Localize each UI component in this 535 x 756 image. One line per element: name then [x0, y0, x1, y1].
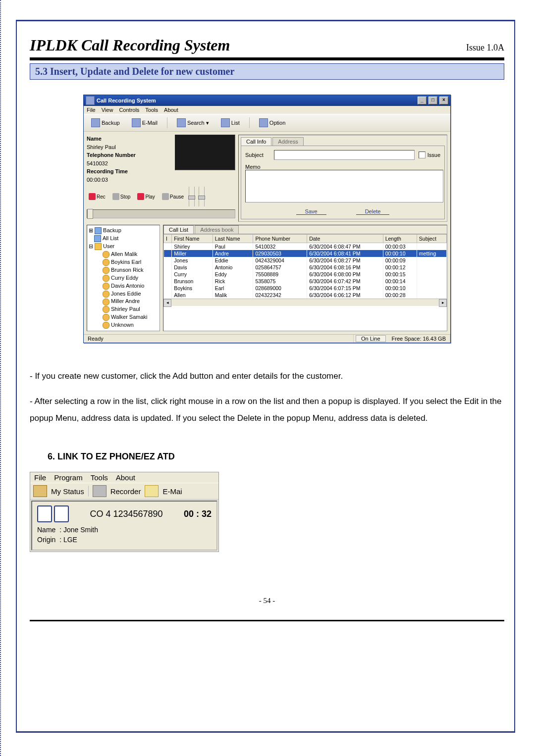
table-cell: 6/30/2004 6:08:16 PM [307, 264, 383, 271]
table-cell: Malik [213, 292, 253, 299]
menu-file[interactable]: File [34, 473, 46, 482]
toolbar-email[interactable]: E-Mail [127, 116, 162, 129]
user-folder-icon [95, 243, 102, 250]
table-cell: 00:00:03 [383, 243, 417, 251]
table-row[interactable]: CurryEddy755088896/30/2004 6:08:00 PM00:… [164, 271, 447, 278]
menu-controls[interactable]: Controls [119, 107, 139, 113]
ezphone-menubar: File Program Tools About [30, 472, 218, 483]
issue-checkbox[interactable]: Issue [419, 151, 440, 158]
toolbar-list[interactable]: List [216, 116, 244, 129]
table-cell [417, 243, 446, 251]
tree-item[interactable]: Allen Malik [111, 251, 137, 257]
table-row[interactable]: MillerAndre0290305036/30/2004 6:08:41 PM… [164, 250, 447, 257]
tree-item[interactable]: Boykins Earl [111, 259, 141, 265]
tree-user[interactable]: User [103, 243, 114, 249]
menu-about[interactable]: About [164, 107, 178, 113]
save-button[interactable]: Save [296, 208, 326, 215]
tab-call-list[interactable]: Call List [163, 225, 194, 234]
equalizer[interactable] [189, 187, 205, 206]
toolbar-recorder[interactable]: Recorder [110, 487, 141, 496]
toolbar-email[interactable]: E-Mai [162, 487, 182, 496]
toolbar-search[interactable]: Search ▾ [172, 116, 214, 129]
memo-input[interactable] [245, 170, 443, 202]
table-cell: 0424329004 [253, 257, 307, 264]
menu-tools[interactable]: Tools [91, 473, 108, 482]
person-icon [103, 283, 109, 290]
scroll-left-icon[interactable]: ◂ [163, 299, 171, 307]
close-button[interactable]: × [439, 97, 448, 104]
status-online[interactable]: On Line [356, 335, 386, 342]
table-cell: 6/30/2004 6:07:15 PM [307, 285, 383, 292]
tree-item[interactable]: Shirley Paul [111, 306, 140, 312]
menu-program[interactable]: Program [54, 473, 83, 482]
col-first-name[interactable]: First Name [172, 235, 213, 243]
tree-item[interactable]: Davis Antonio [111, 283, 144, 289]
table-cell: Curry [172, 271, 213, 278]
play-button[interactable]: Play [135, 192, 157, 201]
crs-titlebar[interactable]: Call Recording System _ □ × [84, 95, 450, 106]
table-cell: 00:00:28 [383, 292, 417, 299]
table-cell: 6/30/2004 6:08:47 PM [307, 243, 383, 251]
col-date[interactable]: Date [307, 235, 383, 243]
subject-input[interactable] [274, 150, 415, 160]
toolbar-mystatus[interactable]: My Status [51, 487, 84, 496]
table-row[interactable]: ShirleyPaul54100326/30/2004 6:08:47 PM00… [164, 243, 447, 251]
tree-backup[interactable]: Backup [103, 227, 121, 233]
table-cell: 6/30/2004 6:08:41 PM [307, 250, 383, 257]
toolbar-backup[interactable]: Backup [87, 116, 124, 129]
checkbox-icon [419, 151, 426, 158]
tree-view[interactable]: ⊞ Backup All List ⊟ User Allen Malik Boy… [87, 225, 160, 331]
delete-button[interactable]: Delete [356, 208, 390, 215]
table-cell: 75508889 [253, 271, 307, 278]
tab-address-book[interactable]: Address book [195, 225, 239, 234]
person-icon [103, 267, 109, 274]
tree-item[interactable]: Miller Andre [111, 298, 140, 304]
table-cell: 6/30/2004 6:08:27 PM [307, 257, 383, 264]
rec-button[interactable]: Rec [87, 192, 107, 201]
table-row[interactable]: BrunsonRick53580756/30/2004 6:07:42 PM00… [164, 278, 447, 285]
crs-menubar: File View Controls Tools About [84, 106, 450, 114]
col-last-name[interactable]: Last Name [213, 235, 253, 243]
person-icon [103, 259, 109, 266]
col-indicator[interactable]: I [164, 235, 172, 243]
tree-item[interactable]: Jones Eddie [111, 291, 141, 297]
slider-thumb[interactable] [87, 209, 93, 219]
tree-item[interactable]: Walker Samaki [111, 314, 148, 320]
col-subject[interactable]: Subject [417, 235, 446, 243]
maximize-button[interactable]: □ [428, 97, 437, 104]
tree-item[interactable]: Brunson Rick [111, 267, 143, 273]
tree-item[interactable]: Curry Eddy [111, 275, 138, 281]
stop-label: Stop [120, 194, 131, 200]
minimize-button[interactable]: _ [418, 97, 427, 104]
table-row[interactable]: AllenMalik0243223426/30/2004 6:06:12 PM0… [164, 292, 447, 299]
table-cell: Eddy [213, 271, 253, 278]
horizontal-scrollbar[interactable]: ◂ ▸ [163, 299, 447, 306]
menu-tools[interactable]: Tools [145, 107, 158, 113]
tab-call-info[interactable]: Call Info [241, 137, 271, 146]
menu-about[interactable]: About [116, 473, 135, 482]
menu-file[interactable]: File [87, 107, 96, 113]
stop-button[interactable]: Stop [110, 192, 133, 201]
col-length[interactable]: Length [383, 235, 417, 243]
tree-all-list[interactable]: All List [103, 235, 118, 241]
menu-view[interactable]: View [102, 107, 113, 113]
table-cell [164, 243, 172, 251]
table-cell [417, 278, 446, 285]
col-phone[interactable]: Phone Number [253, 235, 307, 243]
scroll-right-icon[interactable]: ▸ [439, 299, 447, 307]
table-row[interactable]: BoykinsEarl0286890006/30/2004 6:07:15 PM… [164, 285, 447, 292]
table-row[interactable]: JonesEddie04243290046/30/2004 6:08:27 PM… [164, 257, 447, 264]
toolbar-separator [249, 117, 250, 128]
table-cell: 00:00:09 [383, 257, 417, 264]
pause-button[interactable]: Pause [160, 192, 186, 201]
player-seek-slider[interactable] [87, 209, 235, 218]
toolbar-option[interactable]: Option [255, 116, 290, 129]
player-rectime-value: 00:00:03 [87, 176, 172, 184]
tree-item[interactable]: Unknown [111, 322, 134, 328]
person-icon [103, 306, 109, 313]
table-cell: Brunson [172, 278, 213, 285]
table-row[interactable]: DavisAntonio0258647576/30/2004 6:08:16 P… [164, 264, 447, 271]
table-cell: Boykins [172, 285, 213, 292]
tab-address[interactable]: Address [272, 137, 303, 146]
table-cell [417, 285, 446, 292]
